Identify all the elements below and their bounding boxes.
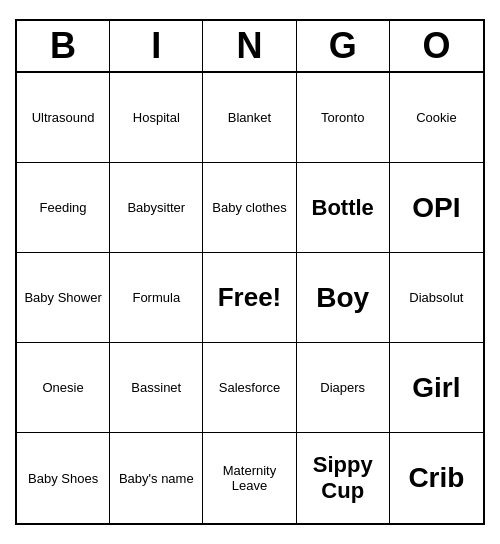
header-letter: I bbox=[110, 21, 203, 71]
bingo-cell: Baby Shower bbox=[17, 253, 110, 343]
header-letter: N bbox=[203, 21, 296, 71]
bingo-cell: Bassinet bbox=[110, 343, 203, 433]
bingo-cell: Hospital bbox=[110, 73, 203, 163]
bingo-cell: Crib bbox=[390, 433, 483, 523]
bingo-cell: Girl bbox=[390, 343, 483, 433]
bingo-grid: UltrasoundHospitalBlanketTorontoCookieFe… bbox=[17, 73, 483, 523]
header-letter: B bbox=[17, 21, 110, 71]
header-letter: O bbox=[390, 21, 483, 71]
bingo-cell: Maternity Leave bbox=[203, 433, 296, 523]
bingo-cell: Blanket bbox=[203, 73, 296, 163]
bingo-cell: Bottle bbox=[297, 163, 390, 253]
bingo-cell: OPI bbox=[390, 163, 483, 253]
bingo-cell: Formula bbox=[110, 253, 203, 343]
bingo-cell: Ultrasound bbox=[17, 73, 110, 163]
bingo-cell: Boy bbox=[297, 253, 390, 343]
bingo-cell: Diabsolut bbox=[390, 253, 483, 343]
bingo-cell: Babysitter bbox=[110, 163, 203, 253]
bingo-card: BINGO UltrasoundHospitalBlanketTorontoCo… bbox=[15, 19, 485, 525]
bingo-cell: Feeding bbox=[17, 163, 110, 253]
bingo-cell: Baby's name bbox=[110, 433, 203, 523]
bingo-cell: Sippy Cup bbox=[297, 433, 390, 523]
bingo-cell: Onesie bbox=[17, 343, 110, 433]
bingo-cell: Cookie bbox=[390, 73, 483, 163]
bingo-cell: Diapers bbox=[297, 343, 390, 433]
bingo-header: BINGO bbox=[17, 21, 483, 73]
bingo-cell: Baby Shoes bbox=[17, 433, 110, 523]
bingo-cell: Free! bbox=[203, 253, 296, 343]
bingo-cell: Salesforce bbox=[203, 343, 296, 433]
header-letter: G bbox=[297, 21, 390, 71]
bingo-cell: Toronto bbox=[297, 73, 390, 163]
bingo-cell: Baby clothes bbox=[203, 163, 296, 253]
